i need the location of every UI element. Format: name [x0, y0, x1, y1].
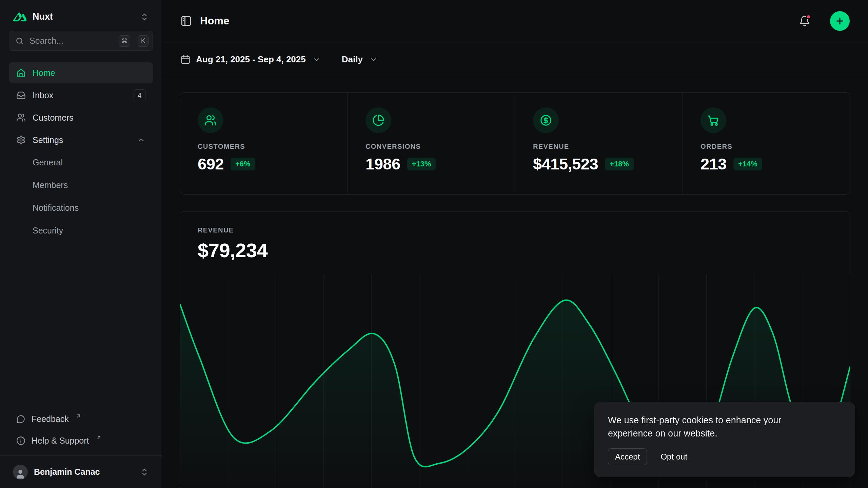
users-stat-icon — [198, 107, 223, 133]
info-circle-icon — [16, 436, 25, 445]
stat-value: 213 — [701, 155, 727, 173]
revenue-chart-header: REVENUE $79,234 — [180, 211, 850, 262]
shopping-cart-icon — [701, 107, 726, 133]
users-icon — [16, 113, 26, 122]
calendar-icon — [180, 55, 191, 65]
kbd-k: K — [138, 35, 149, 47]
chevrons-up-down-icon — [140, 13, 149, 21]
workspace-name: Nuxt — [33, 12, 53, 22]
sub-item-label: Security — [33, 226, 63, 236]
cookie-actions: Accept Opt out — [608, 448, 841, 465]
sidebar-spacer — [9, 241, 153, 409]
sidebar-item-notifications[interactable]: Notifications — [9, 197, 153, 219]
chat-bubble-icon — [16, 414, 25, 424]
search-input-box[interactable]: ⌘ K — [9, 31, 153, 51]
revenue-chart-label: REVENUE — [198, 226, 832, 234]
stat-card-conversions[interactable]: CONVERSIONS 1986 +13% — [348, 93, 515, 194]
chevron-down-icon — [370, 56, 378, 64]
sidebar-item-label: Inbox — [33, 90, 53, 100]
sidebar: Nuxt ⌘ K Home In — [0, 0, 162, 488]
stat-delta-badge: +6% — [231, 158, 255, 170]
revenue-chart-value: $79,234 — [198, 239, 832, 262]
stat-card-orders[interactable]: ORDERS 213 +14% — [683, 93, 850, 194]
feedback-link[interactable]: Feedback — [9, 409, 153, 429]
stat-card-customers[interactable]: CUSTOMERS 692 +6% — [180, 93, 348, 194]
footer-item-label: Feedback — [32, 414, 69, 424]
external-link-icon — [96, 435, 102, 441]
sidebar-footer: Feedback Help & Support — [9, 409, 153, 455]
cookie-banner: We use first-party cookies to enhance yo… — [594, 402, 855, 477]
sub-item-label: General — [33, 158, 63, 167]
sidebar-item-customers[interactable]: Customers — [9, 107, 153, 128]
stat-label: ORDERS — [701, 143, 832, 150]
footer-item-label: Help & Support — [32, 436, 89, 446]
sidebar-item-settings[interactable]: Settings — [9, 129, 153, 150]
sub-item-label: Notifications — [33, 203, 79, 213]
stat-delta-badge: +13% — [407, 158, 436, 170]
stats-cards: CUSTOMERS 692 +6% CONVERSIONS 1986 +13% — [180, 92, 850, 195]
stat-delta-badge: +18% — [605, 158, 634, 170]
stat-value: 1986 — [366, 155, 400, 173]
stat-label: CONVERSIONS — [366, 143, 497, 150]
date-range-label: Aug 21, 2025 - Sep 4, 2025 — [196, 54, 306, 65]
sidebar-item-label: Settings — [33, 135, 63, 145]
stat-card-revenue[interactable]: REVENUE $415,523 +18% — [515, 93, 683, 194]
pie-chart-icon — [366, 107, 391, 133]
sub-item-label: Members — [33, 180, 68, 190]
sidebar-item-label: Home — [33, 68, 55, 78]
search-input[interactable] — [29, 36, 113, 46]
add-button[interactable] — [830, 11, 850, 31]
gear-icon — [16, 135, 26, 145]
main-header: Home — [162, 0, 868, 42]
granularity-label: Daily — [342, 54, 363, 65]
sidebar-toggle-button[interactable] — [180, 15, 192, 27]
chevron-up-icon — [137, 136, 145, 144]
kbd-cmd: ⌘ — [119, 35, 130, 47]
avatar — [13, 465, 28, 480]
sidebar-item-members[interactable]: Members — [9, 175, 153, 196]
panel-left-icon — [180, 15, 192, 27]
nuxt-logo-icon — [13, 12, 26, 22]
external-link-icon — [76, 413, 81, 419]
sidebar-item-general[interactable]: General — [9, 152, 153, 173]
user-menu[interactable]: Benjamin Canac — [0, 455, 162, 488]
filter-toolbar: Aug 21, 2025 - Sep 4, 2025 Daily — [162, 42, 868, 77]
granularity-select[interactable]: Daily — [342, 54, 378, 65]
cookie-message: We use first-party cookies to enhance yo… — [608, 414, 818, 440]
home-icon — [16, 68, 26, 78]
plus-icon — [835, 16, 845, 26]
optout-cookies-button[interactable]: Opt out — [660, 452, 687, 462]
user-name: Benjamin Canac — [34, 467, 100, 477]
sidebar-item-home[interactable]: Home — [9, 62, 153, 83]
stat-value: $415,523 — [533, 155, 598, 173]
date-range-picker[interactable]: Aug 21, 2025 - Sep 4, 2025 — [180, 54, 321, 65]
stat-delta-badge: +14% — [733, 158, 762, 170]
dollar-circle-icon — [533, 107, 559, 133]
inbox-count-badge: 4 — [134, 89, 145, 101]
sidebar-item-label: Customers — [33, 113, 74, 123]
stat-label: CUSTOMERS — [198, 143, 330, 150]
stat-value: 692 — [198, 155, 224, 173]
search-icon — [15, 37, 24, 45]
sidebar-nav: Home Inbox 4 Customers Settings — [9, 62, 153, 241]
inbox-icon — [16, 90, 26, 100]
page-title: Home — [200, 15, 229, 27]
sidebar-item-security[interactable]: Security — [9, 220, 153, 241]
sidebar-item-inbox[interactable]: Inbox 4 — [9, 85, 153, 106]
stat-label: REVENUE — [533, 143, 665, 150]
notification-dot — [806, 14, 811, 19]
chevrons-up-down-icon — [140, 468, 149, 476]
accept-cookies-button[interactable]: Accept — [608, 448, 647, 465]
workspace-switcher[interactable]: Nuxt — [9, 0, 153, 31]
notifications-button[interactable] — [799, 15, 810, 27]
help-support-link[interactable]: Help & Support — [9, 430, 153, 451]
chevron-down-icon — [313, 56, 321, 64]
